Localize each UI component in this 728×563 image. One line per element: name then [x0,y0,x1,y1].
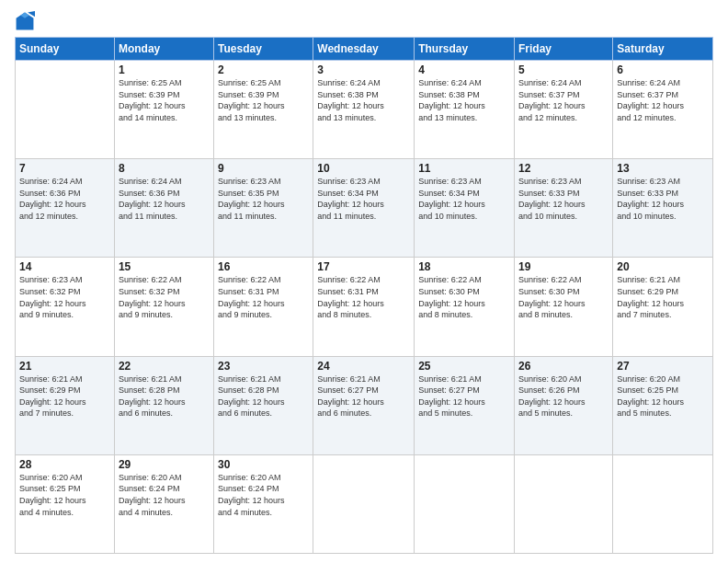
calendar-cell: 17Sunrise: 6:22 AM Sunset: 6:31 PM Dayli… [313,258,415,356]
day-number: 12 [518,162,609,175]
calendar-cell: 14Sunrise: 6:23 AM Sunset: 6:32 PM Dayli… [16,258,115,356]
day-number: 16 [218,260,309,273]
calendar-cell [613,454,713,553]
day-info: Sunrise: 6:24 AM Sunset: 6:36 PM Dayligh… [119,176,210,222]
calendar-cell: 21Sunrise: 6:21 AM Sunset: 6:29 PM Dayli… [16,356,115,454]
day-number: 25 [418,360,510,373]
calendar-cell: 12Sunrise: 6:23 AM Sunset: 6:33 PM Dayli… [515,159,613,258]
day-number: 30 [218,458,309,471]
day-info: Sunrise: 6:22 AM Sunset: 6:30 PM Dayligh… [518,274,609,320]
day-number: 17 [317,260,410,273]
calendar-header-monday: Monday [114,38,213,61]
calendar-cell: 11Sunrise: 6:23 AM Sunset: 6:34 PM Dayli… [415,159,515,258]
calendar-cell: 15Sunrise: 6:22 AM Sunset: 6:32 PM Dayli… [114,258,213,356]
calendar-header-sunday: Sunday [16,38,115,61]
day-info: Sunrise: 6:20 AM Sunset: 6:24 PM Dayligh… [218,472,309,518]
day-info: Sunrise: 6:23 AM Sunset: 6:35 PM Dayligh… [218,176,309,222]
day-number: 22 [119,360,210,373]
calendar-cell: 16Sunrise: 6:22 AM Sunset: 6:31 PM Dayli… [214,258,313,356]
day-info: Sunrise: 6:21 AM Sunset: 6:29 PM Dayligh… [19,373,110,419]
calendar-cell: 10Sunrise: 6:23 AM Sunset: 6:34 PM Dayli… [313,159,415,258]
day-number: 19 [518,260,609,273]
day-info: Sunrise: 6:21 AM Sunset: 6:27 PM Dayligh… [418,373,510,419]
day-info: Sunrise: 6:24 AM Sunset: 6:36 PM Dayligh… [19,176,110,222]
calendar-cell [415,454,515,553]
calendar-week-row: 21Sunrise: 6:21 AM Sunset: 6:29 PM Dayli… [16,356,713,454]
calendar-cell: 4Sunrise: 6:24 AM Sunset: 6:38 PM Daylig… [415,61,515,159]
calendar-cell: 23Sunrise: 6:21 AM Sunset: 6:28 PM Dayli… [214,356,313,454]
day-number: 13 [617,162,709,175]
calendar-cell: 9Sunrise: 6:23 AM Sunset: 6:35 PM Daylig… [214,159,313,258]
day-info: Sunrise: 6:22 AM Sunset: 6:31 PM Dayligh… [218,274,309,320]
calendar-week-row: 28Sunrise: 6:20 AM Sunset: 6:25 PM Dayli… [16,454,713,553]
day-number: 27 [617,360,709,373]
calendar-cell: 3Sunrise: 6:24 AM Sunset: 6:38 PM Daylig… [313,61,415,159]
day-info: Sunrise: 6:21 AM Sunset: 6:28 PM Dayligh… [119,373,210,419]
calendar-cell: 18Sunrise: 6:22 AM Sunset: 6:30 PM Dayli… [415,258,515,356]
day-info: Sunrise: 6:20 AM Sunset: 6:25 PM Dayligh… [19,472,110,518]
logo-icon [15,11,35,31]
day-number: 4 [418,63,510,76]
day-info: Sunrise: 6:24 AM Sunset: 6:37 PM Dayligh… [617,77,709,123]
day-info: Sunrise: 6:20 AM Sunset: 6:25 PM Dayligh… [617,373,709,419]
calendar-cell: 1Sunrise: 6:25 AM Sunset: 6:39 PM Daylig… [114,61,213,159]
calendar-cell: 22Sunrise: 6:21 AM Sunset: 6:28 PM Dayli… [114,356,213,454]
calendar-week-row: 1Sunrise: 6:25 AM Sunset: 6:39 PM Daylig… [16,61,713,159]
day-number: 7 [19,162,110,175]
calendar-header-tuesday: Tuesday [214,38,313,61]
calendar-cell: 28Sunrise: 6:20 AM Sunset: 6:25 PM Dayli… [16,454,115,553]
day-number: 3 [317,63,410,76]
day-number: 6 [617,63,709,76]
calendar-header-row: SundayMondayTuesdayWednesdayThursdayFrid… [16,38,713,61]
day-number: 29 [119,458,210,471]
day-info: Sunrise: 6:23 AM Sunset: 6:34 PM Dayligh… [317,176,410,222]
day-number: 20 [617,260,709,273]
day-info: Sunrise: 6:24 AM Sunset: 6:38 PM Dayligh… [317,77,410,123]
day-number: 9 [218,162,309,175]
day-info: Sunrise: 6:24 AM Sunset: 6:37 PM Dayligh… [518,77,609,123]
day-info: Sunrise: 6:20 AM Sunset: 6:24 PM Dayligh… [119,472,210,518]
day-number: 10 [317,162,410,175]
day-info: Sunrise: 6:23 AM Sunset: 6:32 PM Dayligh… [19,274,110,320]
day-number: 23 [218,360,309,373]
day-info: Sunrise: 6:25 AM Sunset: 6:39 PM Dayligh… [119,77,210,123]
calendar-cell: 2Sunrise: 6:25 AM Sunset: 6:39 PM Daylig… [214,61,313,159]
calendar-cell: 7Sunrise: 6:24 AM Sunset: 6:36 PM Daylig… [16,159,115,258]
day-number: 28 [19,458,110,471]
calendar-header-wednesday: Wednesday [313,38,415,61]
day-info: Sunrise: 6:20 AM Sunset: 6:26 PM Dayligh… [518,373,609,419]
calendar-header-thursday: Thursday [415,38,515,61]
day-number: 8 [119,162,210,175]
calendar-week-row: 14Sunrise: 6:23 AM Sunset: 6:32 PM Dayli… [16,258,713,356]
calendar-cell: 27Sunrise: 6:20 AM Sunset: 6:25 PM Dayli… [613,356,713,454]
day-info: Sunrise: 6:21 AM Sunset: 6:27 PM Dayligh… [317,373,410,419]
day-info: Sunrise: 6:22 AM Sunset: 6:32 PM Dayligh… [119,274,210,320]
day-number: 14 [19,260,110,273]
calendar-cell [313,454,415,553]
calendar-cell: 8Sunrise: 6:24 AM Sunset: 6:36 PM Daylig… [114,159,213,258]
calendar-cell: 20Sunrise: 6:21 AM Sunset: 6:29 PM Dayli… [613,258,713,356]
day-info: Sunrise: 6:22 AM Sunset: 6:30 PM Dayligh… [418,274,510,320]
day-info: Sunrise: 6:23 AM Sunset: 6:33 PM Dayligh… [518,176,609,222]
day-info: Sunrise: 6:22 AM Sunset: 6:31 PM Dayligh… [317,274,410,320]
calendar-cell: 24Sunrise: 6:21 AM Sunset: 6:27 PM Dayli… [313,356,415,454]
day-number: 21 [19,360,110,373]
day-number: 26 [518,360,609,373]
day-number: 1 [119,63,210,76]
calendar-header-saturday: Saturday [613,38,713,61]
calendar-cell: 26Sunrise: 6:20 AM Sunset: 6:26 PM Dayli… [515,356,613,454]
calendar-week-row: 7Sunrise: 6:24 AM Sunset: 6:36 PM Daylig… [16,159,713,258]
day-number: 15 [119,260,210,273]
calendar-header-friday: Friday [515,38,613,61]
day-info: Sunrise: 6:21 AM Sunset: 6:28 PM Dayligh… [218,373,309,419]
calendar-cell: 29Sunrise: 6:20 AM Sunset: 6:24 PM Dayli… [114,454,213,553]
calendar-cell: 6Sunrise: 6:24 AM Sunset: 6:37 PM Daylig… [613,61,713,159]
day-info: Sunrise: 6:23 AM Sunset: 6:33 PM Dayligh… [617,176,709,222]
day-number: 5 [518,63,609,76]
day-info: Sunrise: 6:24 AM Sunset: 6:38 PM Dayligh… [418,77,510,123]
day-info: Sunrise: 6:23 AM Sunset: 6:34 PM Dayligh… [418,176,510,222]
calendar-cell [16,61,115,159]
day-number: 24 [317,360,410,373]
calendar-cell: 30Sunrise: 6:20 AM Sunset: 6:24 PM Dayli… [214,454,313,553]
day-info: Sunrise: 6:21 AM Sunset: 6:29 PM Dayligh… [617,274,709,320]
